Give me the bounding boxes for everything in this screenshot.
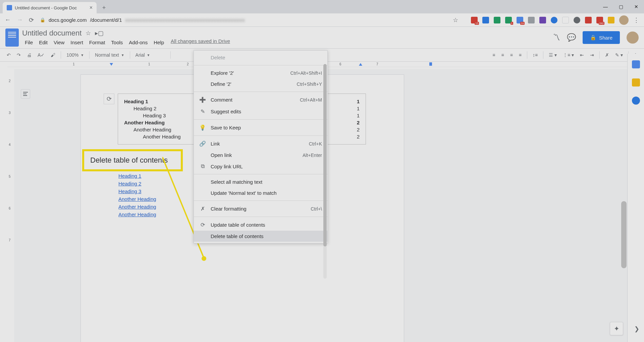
document-title[interactable]: Untitled document [22,29,82,38]
decrease-indent-button[interactable]: ⇤ [578,51,586,59]
side-panel-collapse-icon[interactable]: ❯ [634,325,639,333]
maximize-button[interactable]: ▢ [613,0,629,13]
right-margin-marker[interactable] [429,62,432,66]
url-box[interactable]: 🔒 docs.google.com/document/d/1xxxxxxxxxx… [40,17,295,23]
toc-link[interactable]: Another Heading [118,203,156,211]
menu-tools[interactable]: Tools [108,38,125,47]
lock-icon: 🔒 [590,35,596,41]
context-menu-item[interactable]: ✗Clear formattingCtrl+\ [194,203,327,215]
star-icon[interactable]: ☆ [86,30,91,37]
toc-link[interactable]: Heading 3 [118,187,156,195]
activity-icon[interactable]: 〽 [553,33,560,42]
ext-icon[interactable]: 242 [596,17,603,23]
ext-icon[interactable] [551,17,557,23]
address-bar: ← → ⟳ 🔒 docs.google.com/document/d/1xxxx… [0,13,644,27]
ext-icon[interactable] [539,17,546,23]
menu-help[interactable]: Help [151,38,167,47]
context-menu-scrollbar[interactable] [323,64,327,279]
indent-marker[interactable] [110,63,113,66]
context-menu-item[interactable]: Define '2'Ctrl+Shift+Y [194,78,327,90]
context-menu-item[interactable]: Select all matching text [194,176,327,187]
vertical-ruler[interactable]: 2 3 4 5 6 7 [7,69,14,342]
menu-addons[interactable]: Add-ons [126,38,150,47]
toc-link[interactable]: Another Heading [118,195,156,203]
context-menu-item[interactable]: ➕CommentCtrl+Alt+M [194,94,327,106]
menu-item-icon: ⧉ [199,163,206,169]
url-redacted: xxxxxxxxxxxxxxxxxxxxxxxxxxxxxxxxxxxxxxxx… [125,17,245,23]
back-button[interactable]: ← [5,16,11,23]
profile-avatar[interactable] [619,15,629,25]
minimize-button[interactable]: — [598,0,613,13]
font-select[interactable]: Arial▼ [133,52,167,58]
tasks-icon[interactable] [632,97,640,105]
toc-links[interactable]: Heading 1Heading 2Heading 3Another Headi… [118,172,156,218]
menu-item-icon: 🔗 [199,140,206,147]
context-menu-item[interactable]: 🔗LinkCtrl+K [194,138,327,150]
align-right-button[interactable]: ≡ [508,51,515,59]
context-menu-item[interactable]: ⟳Update table of contents [194,219,327,231]
ext-icon[interactable] [528,17,535,23]
docs-logo-icon[interactable] [5,28,19,47]
numbered-list-button[interactable]: ☰ ▾ [547,51,559,59]
save-status[interactable]: All changes saved in Drive [171,38,230,47]
ext-icon[interactable] [482,17,489,23]
menu-file[interactable]: File [22,38,36,47]
context-menu-item[interactable]: Open linkAlt+Enter [194,150,327,161]
ext-icon[interactable] [585,17,592,23]
close-tab-icon[interactable]: × [90,5,93,11]
reload-button[interactable]: ⟳ [29,16,34,24]
align-justify-button[interactable]: ≡ [517,51,524,59]
bookmark-icon[interactable]: ☆ [453,16,458,24]
paint-format-button[interactable]: 🖌 [49,51,57,59]
toc-link[interactable]: Heading 1 [118,172,156,180]
ext-icon[interactable] [562,17,569,23]
indent-marker[interactable] [359,63,362,66]
align-center-button[interactable]: ≡ [499,51,506,59]
ext-icon[interactable] [608,17,614,23]
browser-tab[interactable]: Untitled document - Google Doc × [3,2,97,13]
zoom-select[interactable]: 100%▼ [64,52,86,58]
context-menu-item[interactable]: Delete table of contents [194,231,327,242]
ext-icon[interactable]: 1 [505,17,512,23]
close-window-button[interactable]: ✕ [629,0,644,13]
forward-button[interactable]: → [17,16,23,23]
toc-link[interactable]: Another Heading [118,211,156,218]
redo-button[interactable]: ↷ [15,51,23,59]
new-tab-button[interactable]: + [99,3,109,12]
editing-mode-button[interactable]: ✎ ▾ [613,51,625,59]
menu-format[interactable]: Format [87,38,108,47]
ext-icon[interactable] [574,17,580,23]
calendar-icon[interactable] [632,60,640,68]
context-menu-item[interactable]: ⧉Copy link URL [194,161,327,172]
context-menu-item[interactable]: ✎Suggest edits [194,106,327,117]
print-button[interactable]: 🖨 [25,51,34,59]
context-menu-item[interactable]: 💡Save to Keep [194,122,327,133]
context-menu-item[interactable]: Explore '2'Ctrl+Alt+Shift+I [194,67,327,78]
menu-view[interactable]: View [51,38,67,47]
undo-button[interactable]: ↶ [5,51,13,59]
window-controls: — ▢ ✕ [598,0,644,13]
browser-menu-icon[interactable]: ⋮ [633,16,639,24]
move-icon[interactable]: ▸▢ [95,30,104,37]
increase-indent-button[interactable]: ⇥ [588,51,596,59]
line-spacing-button[interactable]: ↕≡ [531,51,540,59]
bulleted-list-button[interactable]: ⋮≡ ▾ [561,51,576,59]
style-select[interactable]: Normal text▼ [93,52,126,58]
menu-insert[interactable]: Insert [68,38,86,47]
account-avatar[interactable] [627,32,639,44]
page-scrollbar[interactable] [621,74,627,335]
clear-format-button[interactable]: ✗ [603,51,611,59]
comments-icon[interactable]: 💬 [567,33,576,42]
outline-toggle-button[interactable] [21,89,30,99]
ext-icon[interactable]: 15 [471,17,478,23]
toc-link[interactable]: Heading 2 [118,180,156,187]
menu-edit[interactable]: Edit [36,38,50,47]
spellcheck-button[interactable]: A✓ [36,51,47,59]
ext-icon[interactable] [494,17,500,23]
share-button[interactable]: 🔒 Share [583,31,620,44]
align-left-button[interactable]: ≡ [490,51,497,59]
toc-refresh-button[interactable]: ⟳ [104,94,114,104]
keep-icon[interactable] [632,78,640,87]
context-menu-item[interactable]: Update 'Normal text' to match [194,187,327,198]
ext-icon[interactable]: 2d [517,17,523,23]
